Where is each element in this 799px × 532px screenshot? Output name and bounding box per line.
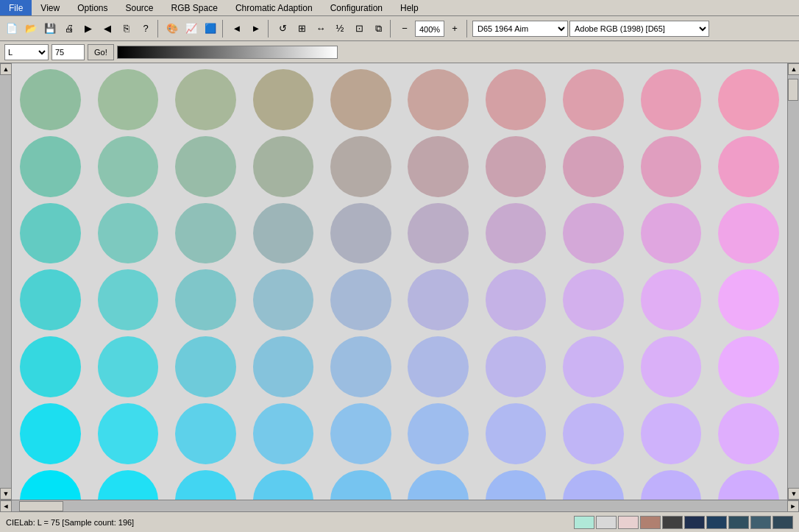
info-button[interactable]: ?	[137, 20, 155, 38]
profile-select[interactable]: Adobe RGB (1998) [D65]	[569, 21, 709, 37]
color-circle-62[interactable]	[175, 470, 236, 500]
color-circle-42[interactable]	[175, 336, 236, 397]
color-circle-23[interactable]	[253, 203, 314, 264]
zoom-out-button[interactable]: −	[396, 20, 413, 38]
color-circle-15[interactable]	[408, 136, 469, 197]
menu-rgb-space[interactable]: RGB Space	[163, 0, 227, 15]
hscroll-right-button[interactable]: ►	[787, 500, 799, 512]
color-swatch-5[interactable]	[684, 516, 705, 529]
color-circle-9[interactable]	[718, 69, 779, 130]
scroll-thumb-right[interactable]	[788, 79, 798, 101]
color-swatch-3[interactable]	[640, 516, 661, 529]
color-circle-1[interactable]	[98, 69, 159, 130]
color-circle-54[interactable]	[330, 403, 391, 464]
color-circle-49[interactable]	[718, 336, 779, 397]
color-circle-43[interactable]	[253, 336, 314, 397]
menu-help[interactable]: Help	[391, 0, 427, 15]
scroll-down-right[interactable]: ▼	[788, 488, 799, 500]
menu-chromatic[interactable]: Chromatic Adaption	[227, 0, 322, 15]
back-button[interactable]: ◀	[99, 20, 116, 38]
hscroll-thumb[interactable]	[19, 501, 63, 511]
color-circle-18[interactable]	[641, 136, 702, 197]
go-button[interactable]: Go!	[88, 44, 114, 60]
print-button[interactable]: 🖨	[60, 20, 78, 38]
color-circle-44[interactable]	[330, 336, 391, 397]
color-circle-21[interactable]	[98, 203, 159, 264]
color-circle-63[interactable]	[253, 470, 314, 500]
color-circle-36[interactable]	[486, 269, 547, 330]
color-circle-37[interactable]	[563, 269, 624, 330]
expand-button[interactable]: ⊡	[350, 20, 368, 38]
color-circle-16[interactable]	[486, 136, 547, 197]
color-circle-39[interactable]	[718, 269, 779, 330]
color-circle-40[interactable]	[20, 336, 81, 397]
color-circle-53[interactable]	[253, 403, 314, 464]
color-circle-46[interactable]	[486, 336, 547, 397]
color-circle-55[interactable]	[408, 403, 469, 464]
aim-select[interactable]: D65 1964 Aim	[472, 21, 568, 37]
color-circle-3[interactable]	[253, 69, 314, 130]
next-button[interactable]: ►	[247, 20, 265, 38]
color-circle-28[interactable]	[641, 203, 702, 264]
zoom-in-button[interactable]: +	[446, 20, 464, 38]
menu-file[interactable]: File	[0, 0, 32, 15]
color-circle-41[interactable]	[98, 336, 159, 397]
menu-view[interactable]: View	[32, 0, 68, 15]
hscroll-left-button[interactable]: ◄	[0, 500, 12, 512]
color-circle-35[interactable]	[408, 269, 469, 330]
color-circle-2[interactable]	[175, 69, 236, 130]
color-circle-47[interactable]	[563, 336, 624, 397]
color-circle-22[interactable]	[175, 203, 236, 264]
resize-button[interactable]: ↔	[312, 20, 330, 38]
color-circle-5[interactable]	[408, 69, 469, 130]
color-circle-8[interactable]	[641, 69, 702, 130]
color-circle-20[interactable]	[20, 203, 81, 264]
color-circle-31[interactable]	[98, 269, 159, 330]
prev-button[interactable]: ◄	[228, 20, 246, 38]
color-circle-67[interactable]	[563, 470, 624, 500]
color-circle-10[interactable]	[20, 136, 81, 197]
half-button[interactable]: ½	[331, 20, 349, 38]
open-button[interactable]: 📂	[22, 20, 40, 38]
color-circle-14[interactable]	[330, 136, 391, 197]
color-circle-24[interactable]	[330, 203, 391, 264]
color-swatch-1[interactable]	[596, 516, 617, 529]
color-circle-52[interactable]	[175, 403, 236, 464]
color-circle-61[interactable]	[98, 470, 159, 500]
color-circle-19[interactable]	[718, 136, 779, 197]
color-circle-60[interactable]	[20, 470, 81, 500]
scroll-up-right[interactable]: ▲	[788, 63, 799, 75]
color-circle-50[interactable]	[20, 403, 81, 464]
scroll-up-left[interactable]: ▲	[0, 63, 12, 75]
color-swatch-7[interactable]	[728, 516, 749, 529]
color-circle-11[interactable]	[98, 136, 159, 197]
color-circle-29[interactable]	[718, 203, 779, 264]
menu-options[interactable]: Options	[68, 0, 116, 15]
color-circle-65[interactable]	[408, 470, 469, 500]
color-circle-56[interactable]	[486, 403, 547, 464]
copy-button[interactable]: ⎘	[118, 20, 135, 38]
color-circle-25[interactable]	[408, 203, 469, 264]
color-swatch-2[interactable]	[618, 516, 639, 529]
grid-button[interactable]: ⊞	[293, 20, 310, 38]
color-circle-68[interactable]	[641, 470, 702, 500]
color-circle-69[interactable]	[718, 470, 779, 500]
color-circle-45[interactable]	[408, 336, 469, 397]
color-circle-12[interactable]	[175, 136, 236, 197]
color-swatch-4[interactable]	[662, 516, 683, 529]
color-circle-6[interactable]	[486, 69, 547, 130]
color-circle-26[interactable]	[486, 203, 547, 264]
value-input[interactable]	[52, 44, 85, 60]
menu-configuration[interactable]: Configuration	[322, 0, 391, 15]
color-circle-17[interactable]	[563, 136, 624, 197]
layers-button[interactable]: ⧉	[369, 20, 387, 38]
color-circle-4[interactable]	[330, 69, 391, 130]
color-swatch-9[interactable]	[773, 516, 793, 529]
color-circle-64[interactable]	[330, 470, 391, 500]
color-swatch-6[interactable]	[706, 516, 727, 529]
color-swatch-8[interactable]	[750, 516, 771, 529]
color-wheel-button[interactable]: 🎨	[163, 20, 181, 38]
color-circle-30[interactable]	[20, 269, 81, 330]
scroll-down-left[interactable]: ▼	[0, 488, 12, 500]
curve-button[interactable]: 📈	[182, 20, 200, 38]
